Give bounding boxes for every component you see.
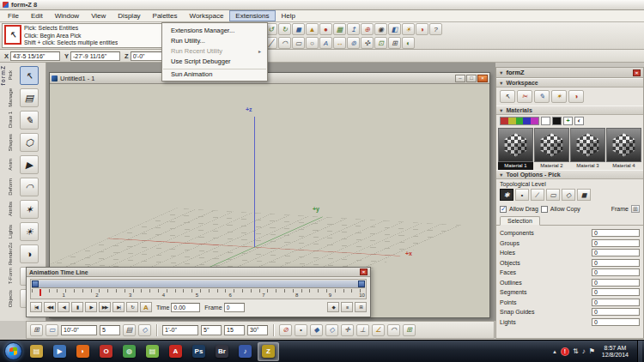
timeline-ruler[interactable]: 12345678910 (30, 279, 367, 299)
timeline-options-icon[interactable]: ⊞ (355, 302, 367, 312)
minimize-button[interactable]: – (455, 75, 465, 82)
taskbar-media-center-icon[interactable]: ♪ (234, 342, 256, 361)
menu-item[interactable]: File (2, 10, 25, 21)
snap-minor-input[interactable] (201, 325, 222, 335)
play-reverse-button[interactable]: ◀ (58, 302, 70, 312)
help-icon[interactable]: ? (429, 23, 442, 35)
taskbar-bridge-icon[interactable]: Br (211, 342, 233, 361)
snap-count-input[interactable] (224, 325, 245, 335)
coordinate-input[interactable] (10, 51, 60, 61)
material-item[interactable]: Material 4 (606, 128, 641, 170)
sphere-tool-icon[interactable]: ● (319, 23, 332, 35)
render-icon[interactable]: ◑ (416, 23, 428, 35)
reference-plane-icon[interactable]: ◇ (138, 324, 151, 336)
extensions-menu-item[interactable]: Sun Animation (163, 69, 266, 79)
extensions-menu-item[interactable]: Use Script Debugger (163, 56, 266, 66)
palette-tool-button[interactable]: ◑ (20, 244, 39, 263)
selection-count-field[interactable]: 0 (592, 299, 640, 306)
topo-outline-icon[interactable]: ▭ (546, 189, 560, 201)
grid-snap-icon[interactable]: ⊞ (403, 324, 416, 336)
window-titlebar[interactable]: form•Z 8 (0, 0, 644, 10)
timeline-range-track[interactable] (32, 281, 365, 288)
mesh-tool-icon[interactable]: ▦ (333, 23, 346, 35)
zoom-icon[interactable]: ⊚ (347, 37, 360, 49)
midpoint-snap-icon[interactable]: ◇ (325, 324, 338, 336)
tray-flag-icon[interactable]: ⚑ (589, 347, 595, 355)
add-material-icon[interactable]: + (563, 117, 573, 125)
frame-mode-icon[interactable]: ⊞ (631, 205, 640, 213)
circle-tool-icon[interactable]: ○ (306, 37, 319, 49)
point-snap-icon[interactable]: • (295, 324, 307, 336)
materials-section-header[interactable]: ▼ Materials (496, 106, 643, 115)
allow-drag-checkbox[interactable] (500, 206, 507, 213)
palette-tool-button[interactable]: ☀ (20, 222, 39, 241)
perpendicular-snap-icon[interactable]: ⊥ (356, 324, 369, 336)
material-item[interactable]: Material 3 (570, 128, 605, 170)
material-item[interactable]: Material 2 (534, 128, 569, 170)
auto-key-button[interactable]: A (140, 302, 152, 312)
text-tool-icon[interactable]: A (319, 37, 332, 49)
range-start-handle[interactable] (32, 281, 39, 287)
tray-expand-icon[interactable]: ▲ (552, 349, 557, 354)
extrude-tool-icon[interactable]: ↥ (347, 23, 360, 35)
taskbar-clock[interactable]: 8:57 AM 12/8/2014 (598, 345, 632, 359)
dock-header[interactable]: ▼ formZ × (496, 68, 643, 78)
topo-auto-icon[interactable]: ✱ (500, 189, 513, 201)
tray-volume-icon[interactable]: ♪ (582, 347, 586, 355)
workspace-star-icon[interactable]: ✶ (551, 90, 567, 103)
layers-icon[interactable]: ▤ (123, 324, 136, 336)
extensions-menu-item[interactable]: Run Recent Utility (163, 45, 266, 56)
white-swatch-icon[interactable] (541, 117, 550, 125)
ruler-icon[interactable]: ▭ (46, 324, 58, 336)
boolean-tool-icon[interactable]: ⊕ (361, 23, 374, 35)
taskbar-explorer-icon[interactable]: ▤ (26, 342, 47, 361)
menu-item[interactable]: Display (112, 10, 146, 21)
snap-angle-input[interactable] (247, 325, 268, 335)
topo-segment-icon[interactable]: ∕ (531, 189, 544, 201)
taskbar-firefox-icon[interactable]: ◗ (72, 342, 94, 361)
menu-item[interactable]: Edit (25, 10, 49, 21)
extensions-menu-item[interactable]: Run Utility... (163, 35, 266, 45)
maximize-button[interactable]: □ (466, 75, 477, 82)
selection-count-field[interactable]: 0 (592, 239, 640, 247)
workspace-cut-icon[interactable]: ✂ (517, 90, 532, 103)
workspace-pick-icon[interactable]: ↖ (500, 90, 515, 103)
taskbar-media-player-icon[interactable]: ▶ (49, 342, 70, 361)
frame-back-button[interactable]: ◀◀ (44, 302, 56, 312)
workspace-draw-icon[interactable]: ✎ (534, 90, 550, 103)
material-ball-icon[interactable]: ◐ (574, 117, 584, 125)
pan-icon[interactable]: ✣ (361, 37, 374, 49)
go-start-button[interactable]: |◀ (30, 302, 42, 312)
menu-item[interactable]: Extensions (229, 10, 275, 21)
fit-view-icon[interactable]: ⊡ (374, 37, 387, 49)
selection-count-field[interactable]: 0 (592, 249, 640, 256)
selection-count-field[interactable]: 0 (592, 259, 640, 267)
menu-item[interactable]: Palettes (147, 10, 184, 21)
tray-network-icon[interactable]: ⇅ (573, 347, 579, 355)
cone-tool-icon[interactable]: ▲ (306, 23, 319, 35)
selection-count-field[interactable]: 0 (592, 288, 640, 296)
intersection-snap-icon[interactable]: ✛ (341, 324, 354, 336)
palette-tool-button[interactable]: ▶ (20, 155, 39, 174)
time-input[interactable] (171, 303, 200, 312)
frame-forward-button[interactable]: ▶▶ (99, 302, 111, 312)
taskbar-acrobat-icon[interactable]: A (165, 342, 186, 361)
selection-tab[interactable]: Selection (500, 216, 540, 226)
grid-toggle-icon[interactable]: ⊞ (388, 37, 401, 49)
frame-input[interactable] (224, 303, 245, 312)
loop-button[interactable]: ↻ (126, 302, 138, 312)
tangent-snap-icon[interactable]: ◠ (387, 324, 400, 336)
black-swatch-icon[interactable] (552, 117, 562, 125)
keyframe-icon[interactable]: ◆ (327, 302, 339, 312)
track-list-icon[interactable]: ≡ (341, 302, 353, 312)
palette-tool-button[interactable]: ↖ (20, 66, 39, 85)
extensions-menu-item[interactable]: Extensions Manager... (163, 25, 266, 35)
palette-tool-button[interactable]: ◠ (20, 178, 39, 196)
snap-distance-input[interactable] (162, 325, 198, 335)
palette-strip-icon[interactable] (500, 117, 539, 125)
model-window-titlebar[interactable]: Untitled1 - 1 – □ × (50, 73, 489, 84)
dimension-icon[interactable]: ↔ (333, 37, 346, 49)
action-center-badge-icon[interactable]: ! (561, 347, 569, 356)
views-icon[interactable]: ◧ (388, 23, 401, 35)
palette-tool-button[interactable]: ✎ (20, 111, 39, 130)
